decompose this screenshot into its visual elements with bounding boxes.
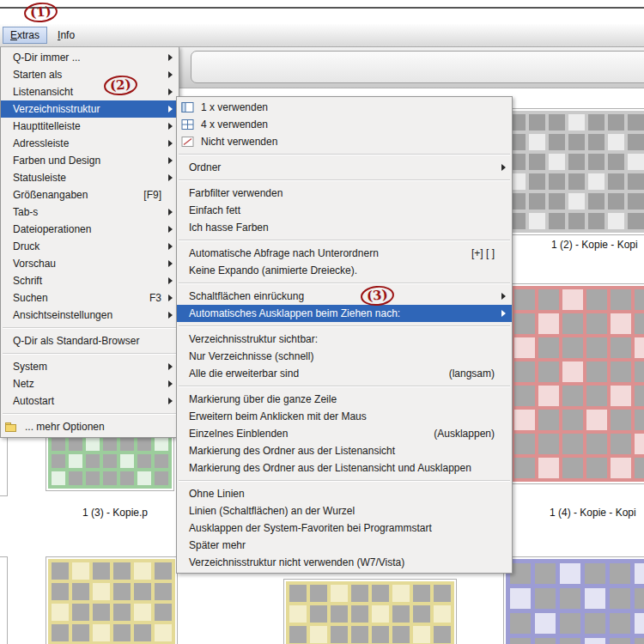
menu-item-markierung-des-ordner-aus-der-listenansicht-und-ausklappen[interactable]: Markierung des Ordner aus der Listenansi… [177,459,512,477]
thumbnail-cell [134,604,151,621]
menu-item-einzelnes-einblenden[interactable]: Einzelnes Einblenden(Ausklappen) [177,425,512,442]
menubar-item-extras[interactable]: Extras [3,27,47,44]
menu-item-markierung-des-ordner-aus-der-listenansicht[interactable]: Markierung des Ordner aus der Listenansi… [177,442,512,459]
menu-item-label: Erweitern beim Anklicken mit der Maus [189,410,367,422]
thumbnail-cell [611,337,631,358]
thumbnail-cell [52,583,69,600]
menu-item-label: Farbfilter verwenden [189,187,283,199]
menu-item-schrift[interactable]: Schrift [1,272,179,289]
menu-item-label: Automatisches Ausklappen beim Ziehen nac… [189,307,400,319]
thumbnail-cell [611,361,631,382]
submenu-arrow-icon [168,157,173,164]
menu-item-farben-und-design[interactable]: Farben und Design [1,152,179,169]
thumbnail-cell [611,386,631,406]
menu-item-einfach-fett[interactable]: Einfach fett [177,202,512,219]
menu-item-netz[interactable]: Netz [1,375,179,392]
thumbnail-cell [538,337,559,358]
menu-item-markierung-ber-die-ganze-zeile[interactable]: Markierung über die ganze Zeile [177,391,512,408]
menu-item-ansichtseinstellungen[interactable]: Ansichtseinstellungen [1,307,179,324]
menu-item-starten-als[interactable]: Starten als [1,66,179,83]
file-thumbnail-purple[interactable] [503,556,644,644]
menu-item-ordner[interactable]: Ordner [177,159,512,176]
menu-item-verzeichnisstruktur-sichtbar[interactable]: Verzeichnisstruktur sichtbar: [177,331,512,348]
window-top-edge [0,7,644,9]
menu-item-automatische-abfrage-nach-unterordnern[interactable]: Automatische Abfrage nach Unterordnern[+… [177,245,512,262]
thumbnail-cell [635,588,644,609]
menu-item-autostart[interactable]: Autostart [1,392,179,410]
menu-item-nur-verzeichnisse-schnell[interactable]: Nur Verzeichnisse (schnell) [177,348,512,365]
menu-item-verzeichnisstruktur-nicht-verwenden-w7-vista[interactable]: Verzeichnisstruktur nicht verwenden (W7/… [177,554,512,571]
menu-item-system[interactable]: System [1,358,179,375]
options-icon [5,421,19,433]
menu-item-label: Statusleiste [13,172,66,184]
menu-item-keine-expando-animierte-dreiecke[interactable]: Keine Expando (animierte Dreiecke). [177,262,512,279]
menu-item-label: Netz [13,378,34,390]
thumbnail-cell [560,563,580,584]
file-thumbnail-1-4[interactable] [508,283,644,484]
thumbnail-cell [586,458,607,478]
thumbnail-cell [514,337,535,358]
thumbnail-cell [588,154,605,170]
thumbnail-cell [610,613,630,634]
submenu-arrow-icon [168,380,173,387]
menu-item-ausklappen-der-system-favoriten-bei-programmstart[interactable]: Ausklappen der System-Favoriten bei Prog… [177,519,512,537]
thumbnail-cell [155,454,168,468]
thumbnail-cell [413,605,430,623]
thumbnail-cell [628,114,644,131]
menu-item-gr-enangaben[interactable]: Größenangaben[F9] [1,186,179,204]
menu-item-dateioperationen[interactable]: Dateioperationen [1,221,179,238]
address-bar[interactable] [191,51,644,83]
submenu-arrow-icon [501,164,506,171]
thumbnail-cell [608,154,624,170]
menu-item-vorschau[interactable]: Vorschau [1,255,179,272]
menu-item-sp-ter-mehr[interactable]: Später mehr [177,537,512,554]
thumbnail-cell [635,434,644,454]
menu-item-farbfilter-verwenden[interactable]: Farbfilter verwenden [177,185,512,202]
thumbnail-cell [155,624,172,641]
menu-item-schaltfl-chen-einr-ckung[interactable]: Schaltflächen einrückung [177,288,512,305]
menu-item-linien-schaltfl-chen-an-der-wurzel[interactable]: Linien (Schaltflächen) an der Wurzel [177,502,512,519]
menu-item-q-dir-als-standard-browser[interactable]: Q-Dir als Standard-Browser [1,332,179,349]
thumbnail-cell [120,454,134,468]
menu-item-nicht-verwenden[interactable]: Nicht verwenden [177,133,512,150]
file-thumbnail-1-2[interactable] [503,108,644,235]
thumbnail-cell [568,154,585,170]
menu-item-suchen[interactable]: SuchenF3 [1,289,179,307]
menu-item-label: 1 x verwenden [201,101,268,113]
menu-item-tab-s[interactable]: Tab-s [1,204,179,221]
menu-item-label: ... mehr Optionen [25,421,105,433]
menu-item-ohne-linien[interactable]: Ohne Linien [177,485,512,502]
thumbnail-cell [86,471,100,485]
thumbnail-cell [562,434,583,454]
thumbnail-cell [331,585,348,602]
thumbnail-cell [155,604,172,621]
menu-separator [179,154,510,155]
menu-item-1-x-verwenden[interactable]: 1 x verwenden [177,99,512,116]
submenu-arrow-icon [168,226,173,233]
thumbnail-cell [392,605,410,623]
menu-item-statusleiste[interactable]: Statusleiste [1,169,179,186]
thumbnail-cell [611,410,631,430]
menu-item-druck[interactable]: Druck [1,238,179,255]
menu-item-4-x-verwenden[interactable]: 4 x verwenden [177,116,512,133]
menu-item-q-dir-immer[interactable]: Q-Dir immer ... [1,49,179,66]
menu-item-haupttitelleiste[interactable]: Haupttitelleiste [1,118,179,135]
thumbnail-cell [510,588,531,609]
menu-item-adressleiste[interactable]: Adressleiste [1,135,179,152]
menu-item-label: Später mehr [189,539,246,551]
layout-none-icon [181,136,195,148]
menu-item-erweitern-beim-anklicken-mit-der-maus[interactable]: Erweitern beim Anklicken mit der Maus [177,408,512,425]
file-thumbnail-yellow-left[interactable] [46,556,178,644]
menubar-item-info[interactable]: Info [50,27,82,44]
menu-item-alle-die-erweiterbar-sind[interactable]: Alle die erweiterbar sind(langsam) [177,365,512,382]
menu-item-mehr-optionen[interactable]: ... mehr Optionen [1,418,179,435]
thumbnail-cell [113,604,131,621]
thumbnail-cell [52,624,69,641]
thumbnail-cell [120,437,134,451]
menu-item-verzeichnisstruktur[interactable]: Verzeichnisstruktur [1,100,179,118]
menu-item-label: Tab-s [13,206,38,218]
file-thumbnail-yellow-middle[interactable] [283,579,457,644]
menu-item-ich-hasse-farben[interactable]: Ich hasse Farben [177,219,512,236]
menu-item-automatisches-ausklappen-beim-ziehen-nach[interactable]: Automatisches Ausklappen beim Ziehen nac… [177,305,512,322]
menu-item-listenansicht[interactable]: Listenansicht [1,83,179,100]
